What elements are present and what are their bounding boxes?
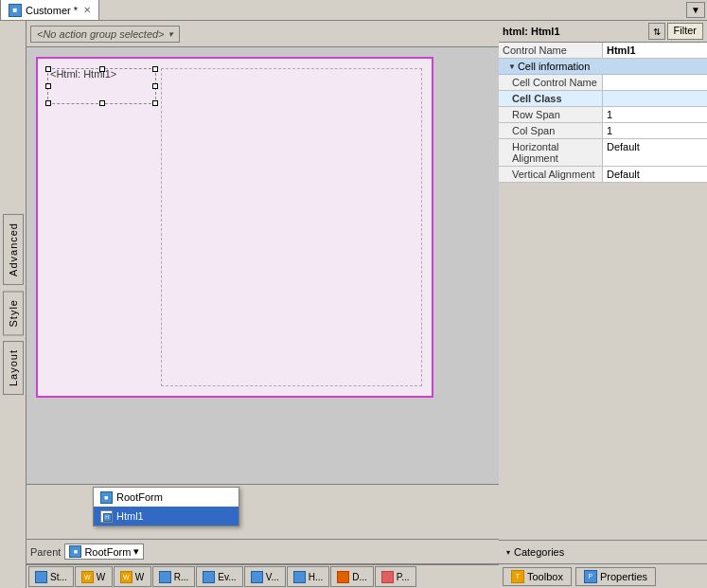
- prop-row-h-align: Horizontal Alignment Default: [499, 139, 707, 167]
- prop-name-h-align: Horizontal Alignment: [499, 139, 603, 166]
- right-panel: html: Html1 ⇅ Filter Control Name Html1 …: [499, 21, 707, 588]
- taskbar: St... W W W W R...: [27, 563, 499, 588]
- tab-dropdown[interactable]: ▼: [686, 2, 705, 18]
- panel-footer: ▾ Categories: [499, 540, 707, 563]
- tab-bar: ■ Customer * ✕ ▼: [0, 0, 707, 21]
- prop-name-row-span: Row Span: [499, 107, 603, 122]
- categories-label: Categories: [514, 546, 564, 558]
- tab-customer[interactable]: ■ Customer * ✕: [0, 0, 99, 20]
- taskbar-btn-r[interactable]: R...: [152, 566, 196, 587]
- sort-btn[interactable]: ⇅: [648, 23, 665, 40]
- tree-item-rootform[interactable]: ■ RootForm: [94, 488, 239, 507]
- bottom-panel: T Toolbox P Properties: [499, 563, 707, 588]
- tab-customer-icon: ■: [9, 4, 22, 17]
- taskbar-btn-v[interactable]: V...: [244, 566, 286, 587]
- taskbar-btn-st[interactable]: St...: [28, 566, 74, 587]
- taskbar-btn-d[interactable]: D...: [330, 566, 374, 587]
- sidebar-tab-layout[interactable]: Layout: [3, 341, 24, 395]
- prop-row-cell-class: Cell Class: [499, 91, 707, 107]
- bottom-tab-toolbox[interactable]: T Toolbox: [503, 567, 572, 586]
- prop-value-col-span[interactable]: 1: [603, 123, 707, 138]
- taskbar-icon-st: [35, 571, 47, 583]
- parent-dropdown-value: RootForm: [84, 546, 131, 558]
- parent-dropdown[interactable]: ■ RootForm ▾: [64, 543, 144, 560]
- taskbar-btn-w1[interactable]: W W: [75, 566, 113, 587]
- categories-btn[interactable]: ▾ Categories: [503, 544, 703, 560]
- action-group-bar: <No action group selected> ▾: [27, 21, 499, 47]
- bottom-area: ■ RootForm H Html1: [27, 484, 499, 588]
- prop-name-cell-control: Cell Control Name: [499, 75, 603, 90]
- taskbar-icon-r: [159, 571, 171, 583]
- prop-value-row-span[interactable]: 1: [603, 107, 707, 122]
- prop-row-cell-control-name: Cell Control Name: [499, 75, 707, 91]
- prop-value-cell-class[interactable]: [603, 91, 707, 106]
- prop-name-col-span: Col Span: [499, 123, 603, 138]
- handle-tr: [152, 66, 158, 72]
- html-element[interactable]: <Html: Html1>: [47, 68, 156, 104]
- handle-br: [152, 100, 158, 106]
- cell-info-label: Cell information: [518, 61, 590, 72]
- inner-column: [161, 68, 422, 386]
- canvas-area[interactable]: <Html: Html1>: [27, 47, 499, 484]
- tree-area: ■ RootForm H Html1: [27, 485, 499, 539]
- html-element-label: <Html: Html1>: [50, 68, 116, 80]
- app-container: ■ Customer * ✕ ▼ Advanced Style Layout <…: [0, 0, 707, 588]
- panel-tools: ⇅ Filter: [648, 23, 703, 40]
- panel-title: html: Html1: [503, 26, 560, 37]
- html1-icon: H: [99, 509, 113, 523]
- parent-dropdown-icon: ■: [69, 545, 81, 558]
- categories-arrow: ▾: [506, 548, 510, 557]
- prop-name-cell-class: Cell Class: [499, 91, 603, 106]
- prop-name-control-name: Control Name: [499, 43, 603, 58]
- prop-spacer: [499, 183, 707, 540]
- tab-customer-label: Customer *: [26, 5, 78, 16]
- tree-item-html1[interactable]: H Html1: [94, 507, 239, 526]
- cell-info-expand-icon: ▼: [508, 62, 516, 71]
- prop-row-col-span: Col Span 1: [499, 123, 707, 139]
- sidebar-tab-advanced[interactable]: Advanced: [3, 214, 24, 285]
- prop-value-cell-control[interactable]: [603, 75, 707, 90]
- left-sidebar: Advanced Style Layout: [0, 21, 27, 588]
- prop-subheader-cell-info[interactable]: ▼ Cell information: [499, 59, 707, 75]
- action-group-text: <No action group selected>: [37, 28, 165, 40]
- canvas-frame: <Html: Html1>: [36, 57, 433, 398]
- taskbar-btn-ev[interactable]: Ev...: [196, 566, 242, 587]
- handle-bm: [99, 100, 105, 106]
- prop-value-v-align[interactable]: Default: [603, 167, 707, 182]
- prop-row-row-span: Row Span 1: [499, 107, 707, 123]
- properties-panel: html: Html1 ⇅ Filter Control Name Html1 …: [499, 21, 707, 563]
- taskbar-btn-p[interactable]: P...: [375, 566, 416, 587]
- tree-item-rootform-label: RootForm: [116, 491, 163, 503]
- parent-dropdown-arrow: ▾: [133, 545, 139, 558]
- handle-ml: [45, 83, 51, 89]
- panel-header: html: Html1 ⇅ Filter: [499, 21, 707, 43]
- taskbar-icon-v: [251, 571, 263, 583]
- handle-bl: [45, 100, 51, 106]
- sidebar-tab-style[interactable]: Style: [3, 291, 24, 335]
- taskbar-btn-w2[interactable]: W W: [114, 566, 151, 587]
- filter-btn[interactable]: Filter: [667, 23, 703, 40]
- rootform-icon: ■: [99, 490, 113, 504]
- taskbar-icon-p: [381, 571, 394, 583]
- bottom-tab-properties-label: Properties: [600, 571, 647, 582]
- prop-name-v-align: Vertical Alignment: [499, 167, 603, 182]
- properties-icon: P: [584, 570, 597, 583]
- prop-value-h-align[interactable]: Default: [603, 139, 707, 166]
- handle-mr: [152, 83, 158, 89]
- designer-area: <No action group selected> ▾ <Html: Html…: [27, 21, 499, 588]
- taskbar-icon-ev: [203, 571, 215, 583]
- action-group-selector[interactable]: <No action group selected> ▾: [30, 26, 180, 43]
- prop-row-v-align: Vertical Alignment Default: [499, 167, 707, 183]
- bottom-tab-properties[interactable]: P Properties: [575, 567, 656, 586]
- taskbar-btn-h[interactable]: H...: [287, 566, 330, 587]
- taskbar-icon-d: [337, 571, 349, 583]
- main-content: Advanced Style Layout <No action group s…: [0, 21, 707, 588]
- prop-row-control-name: Control Name Html1: [499, 43, 707, 59]
- taskbar-icon-w2: W: [120, 571, 133, 583]
- taskbar-icon-w1: W: [81, 571, 94, 583]
- prop-value-control-name[interactable]: Html1: [603, 43, 707, 58]
- tab-close-btn[interactable]: ✕: [83, 5, 91, 15]
- parent-label: Parent: [30, 546, 61, 558]
- prop-rows: Control Name Html1 ▼ Cell information Ce…: [499, 43, 707, 183]
- taskbar-icon-h: [293, 571, 306, 583]
